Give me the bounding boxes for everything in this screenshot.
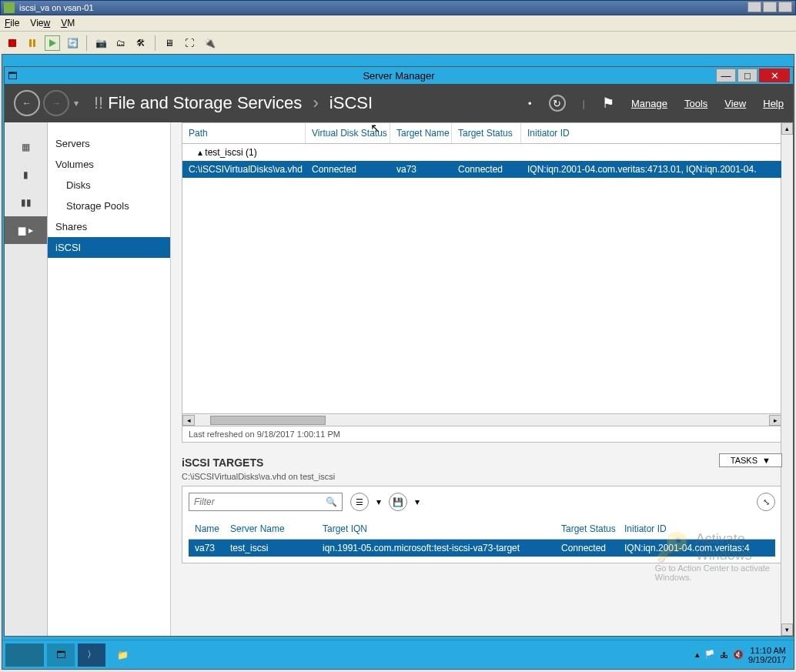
- menu-help[interactable]: Help: [763, 98, 784, 109]
- maximize-button[interactable]: □: [737, 69, 758, 82]
- group-row[interactable]: ▴ test_iscsi (1): [182, 144, 781, 161]
- nav-back-button[interactable]: ←: [14, 90, 40, 116]
- power-off-button[interactable]: [5, 35, 20, 51]
- tray-network-icon[interactable]: 🖧: [720, 650, 728, 660]
- rail-server-icon[interactable]: ▮: [5, 161, 47, 189]
- menu-view[interactable]: View: [30, 18, 50, 28]
- vmware-menubar: File View VM: [0, 15, 796, 31]
- cell-t-status: Connected: [555, 540, 618, 557]
- cell-t-initiator: IQN:iqn.2001-04.com.veritas:4: [618, 540, 775, 557]
- view-options-button[interactable]: ☰: [350, 493, 369, 511]
- col-target-name[interactable]: Target Name: [390, 123, 452, 143]
- notifications-flag-icon[interactable]: ⚑: [602, 95, 614, 112]
- menu-manage[interactable]: Manage: [631, 98, 667, 109]
- nav-dropdown-icon[interactable]: ▾: [74, 98, 79, 109]
- watermark-line2: Go to Action Center to activate: [655, 563, 770, 573]
- vdisk-hscroll[interactable]: ◂▸: [182, 413, 781, 426]
- sm-app-icon: 🗔: [8, 70, 18, 82]
- close-button[interactable]: ✕: [759, 69, 790, 82]
- col-path[interactable]: Path: [182, 123, 306, 143]
- cell-target-name: va73: [390, 161, 452, 178]
- nav-disks[interactable]: Disks: [48, 175, 170, 196]
- breadcrumb-leaf[interactable]: iSCSI: [329, 93, 373, 112]
- chevron-down-icon[interactable]: ▾: [376, 496, 381, 507]
- taskbar-server-manager[interactable]: 🗔: [47, 644, 75, 667]
- vmware-toolbar: 🔄 📷 🗂 🛠 🖥 ⛶ 🔌: [0, 31, 796, 54]
- targets-title: iSCSI TARGETS: [182, 453, 782, 472]
- nav-storage-pools[interactable]: Storage Pools: [48, 196, 170, 216]
- filter-input[interactable]: Filter 🔍: [189, 493, 343, 511]
- search-icon[interactable]: 🔍: [326, 496, 337, 507]
- col-vdisk-status[interactable]: Virtual Disk Status: [306, 123, 390, 143]
- taskbar-clock[interactable]: 11:10 AM 9/19/2017: [748, 646, 791, 664]
- tray-sound-icon[interactable]: 🔇: [733, 650, 744, 660]
- cell-t-server: test_iscsi: [224, 540, 316, 557]
- target-row[interactable]: va73 test_iscsi iqn.1991-05.com.microsof…: [189, 540, 775, 557]
- vmware-window-buttons[interactable]: [746, 2, 792, 14]
- cell-t-name: va73: [189, 540, 224, 557]
- clock-date: 9/19/2017: [748, 655, 786, 664]
- watermark-line3: Windows.: [655, 573, 770, 582]
- col-initiator[interactable]: Initiator ID: [521, 123, 781, 143]
- content-area: ▴▾ Path Virtual Disk Status Target Name …: [171, 122, 793, 636]
- expand-button[interactable]: ⤡: [757, 493, 775, 511]
- console-button[interactable]: 🖥: [162, 35, 177, 51]
- vmware-icon: [4, 2, 15, 13]
- settings-button[interactable]: 🛠: [133, 35, 149, 51]
- header-bullet-icon: •: [528, 98, 532, 109]
- play-button[interactable]: [45, 35, 60, 51]
- vdisk-panel: Path Virtual Disk Status Target Name Tar…: [182, 122, 782, 443]
- cell-path: C:\iSCSIVirtualDisks\va.vhd: [182, 161, 306, 178]
- devices-button[interactable]: 🔌: [202, 35, 217, 51]
- chevron-down-icon[interactable]: ▾: [415, 496, 420, 507]
- cell-vdisk-status: Connected: [306, 161, 390, 178]
- menu-file[interactable]: File: [5, 18, 19, 28]
- nav-servers[interactable]: Servers: [48, 133, 170, 154]
- vmware-titlebar: iscsi_va on vsan-01: [0, 0, 796, 15]
- tasks-button[interactable]: TASKS ▼: [719, 453, 782, 467]
- rail-all-servers-icon[interactable]: ▮▮: [5, 189, 47, 216]
- tray-arrow-icon[interactable]: ▴: [695, 650, 700, 660]
- system-tray[interactable]: ▴ 🏳️ 🖧 🔇 11:10 AM 9/19/2017: [695, 646, 791, 664]
- save-view-button[interactable]: 💾: [389, 493, 407, 511]
- taskbar-powershell[interactable]: 〉: [78, 644, 105, 667]
- rail-dashboard-icon[interactable]: ▦: [5, 133, 47, 161]
- snapshot-button[interactable]: 📷: [93, 35, 109, 51]
- col-t-initiator[interactable]: Initiator ID: [618, 519, 775, 539]
- vdisk-row[interactable]: C:\iSCSIVirtualDisks\va.vhd Connected va…: [182, 161, 781, 178]
- col-t-name[interactable]: Name: [189, 519, 224, 539]
- col-t-iqn[interactable]: Target IQN: [316, 519, 555, 539]
- breadcrumb-root[interactable]: File and Storage Services: [108, 93, 302, 112]
- server-manager-window: 🗔 Server Manager — □ ✕ ← → ▾ !! File and…: [4, 66, 794, 637]
- nav-iscsi[interactable]: iSCSI: [48, 237, 170, 258]
- group-label: test_iscsi (1): [205, 147, 256, 158]
- nav-volumes[interactable]: Volumes: [48, 154, 170, 175]
- icon-rail: ▦ ▮ ▮▮ ▆ ▸: [5, 122, 48, 636]
- pause-button[interactable]: [25, 35, 40, 51]
- taskbar-explorer[interactable]: 📁: [109, 644, 136, 667]
- minimize-button[interactable]: —: [716, 69, 736, 82]
- targets-panel: Filter 🔍 ☰▾ 💾▾ ⤡ Name Server Name Target…: [182, 486, 782, 563]
- taskbar[interactable]: 🗔 〉 📁 ▴ 🏳️ 🖧 🔇 11:10 AM 9/19/2017: [2, 640, 794, 669]
- col-t-server[interactable]: Server Name: [224, 519, 316, 539]
- menu-vm[interactable]: VM: [61, 18, 75, 28]
- menu-sm-view[interactable]: View: [724, 98, 746, 109]
- rail-files-icon[interactable]: ▆ ▸: [5, 216, 47, 244]
- snapshot-manage-button[interactable]: 🗂: [113, 35, 129, 51]
- start-button[interactable]: [5, 644, 44, 667]
- nav-forward-button[interactable]: →: [43, 90, 69, 116]
- cell-target-status: Connected: [452, 161, 521, 178]
- fullscreen-button[interactable]: ⛶: [182, 35, 197, 51]
- sm-titlebar[interactable]: 🗔 Server Manager — □ ✕: [5, 67, 793, 84]
- nav-pane: Servers Volumes Disks Storage Pools Shar…: [48, 122, 171, 636]
- tray-flag-icon[interactable]: 🏳️: [704, 650, 715, 660]
- menu-tools[interactable]: Tools: [684, 98, 707, 109]
- col-t-status[interactable]: Target Status: [555, 519, 618, 539]
- content-vscroll[interactable]: ▴▾: [781, 122, 793, 636]
- vdisk-headers: Path Virtual Disk Status Target Name Tar…: [182, 123, 781, 144]
- cell-t-iqn: iqn.1991-05.com.microsoft:test-iscsi-va7…: [316, 540, 555, 557]
- restart-button[interactable]: 🔄: [65, 35, 80, 51]
- refresh-button[interactable]: ↻: [549, 95, 566, 112]
- nav-shares[interactable]: Shares: [48, 216, 170, 237]
- col-target-status[interactable]: Target Status: [452, 123, 521, 143]
